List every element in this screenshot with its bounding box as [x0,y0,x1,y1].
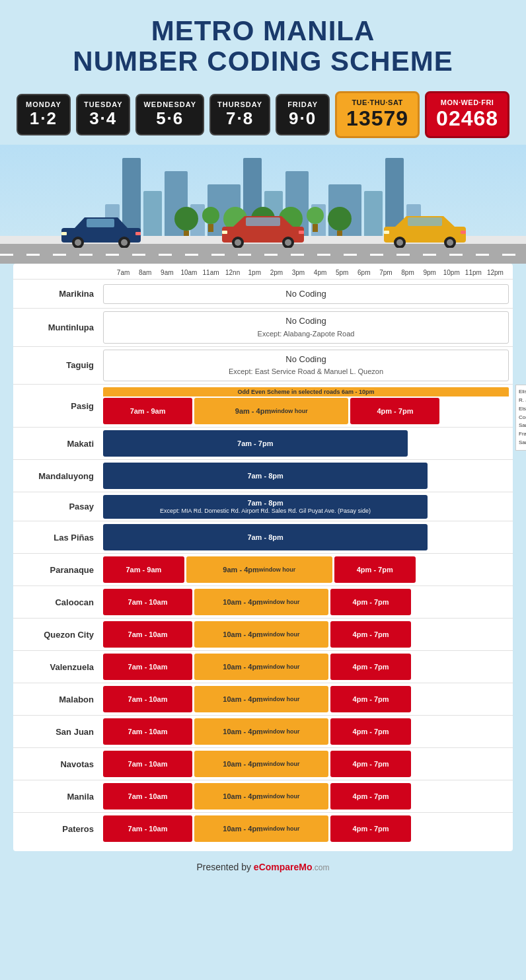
plate-tuesday-day: TUESDAY [84,100,123,108]
time-4pm: 4pm [309,269,331,276]
sanjuan-empty [413,718,509,745]
plate-friday-day: FRIDAY [283,100,322,108]
makati-timing: 7am - 7pm [103,430,509,457]
plate-monday-num: 1·2 [24,108,63,129]
plate-friday-num: 9·0 [283,108,322,129]
laspinas-timing: 7am - 8pm [103,524,509,550]
time-9am: 9am [156,269,178,276]
row-makati: Makati 7am - 7pm [13,427,513,459]
time-12pm: 12pm [484,269,506,276]
pasig-seg-2: 9am - 4pmwindow hour [194,398,348,424]
plate-odd: TUE·THU·SAT 13579 [335,91,420,138]
note-guillermo: San Guillermo St. (E) [519,439,526,447]
row-pasig: Pasig Odd Even Scheme in selected roads … [13,384,513,427]
note-elisco: Elisco Rd. (w) [519,388,526,396]
time-9pm: 9pm [419,269,441,276]
mandaluyong-seg-1: 7am - 8pm [103,463,428,489]
svg-point-5 [121,239,128,246]
caloocan-bar: 7am - 10am 10am - 4pmwindow hour 4pm - 7… [99,586,513,618]
road-line [0,254,526,256]
plate-monday: MONDAY 1·2 [17,94,71,135]
mandaluyong-empty [430,463,509,489]
manila-bar: 7am - 10am 10am - 4pmwindow hour 4pm - 7… [99,780,513,812]
row-marikina: Marikina No Coding [13,279,513,308]
time-header: 7am 8am 9am 10am 11am 12nn 1pm 2pm 3pm 4… [13,264,513,279]
plate-tuesday-num: 3·4 [84,108,123,129]
quezon-empty [413,621,509,648]
row-manila: Manila 7am - 10am 10am - 4pmwindow hour … [13,780,513,812]
navotas-seg-1: 7am - 10am [103,751,192,777]
city-laspinas: Las Piñas [13,529,99,547]
time-8pm: 8pm [396,269,418,276]
quezon-bar: 7am - 10am 10am - 4pmwindow hour 4pm - 7… [99,619,513,650]
caloocan-seg-3: 4pm - 7pm [330,589,412,615]
svg-rect-22 [384,231,389,234]
plate-even-num: 02468 [436,106,498,131]
plate-thursday-num: 7·8 [217,108,262,129]
svg-rect-6 [61,232,67,235]
makati-seg-1: 7am - 7pm [103,430,408,457]
city-marikina: Marikina [13,285,99,303]
footer: Presented by eCompareMo.com [0,851,526,878]
footer-domain: .com [313,863,330,872]
city-pasay: Pasay [13,498,99,515]
navotas-seg-2: 10am - 4pmwindow hour [194,751,328,777]
note-jabson: R. Jabson St. (N) [519,396,526,405]
valenzuela-seg-2: 10am - 4pmwindow hour [194,654,328,680]
quezon-seg-1: 7am - 10am [103,621,192,648]
svg-point-21 [447,239,453,246]
plate-monday-day: MONDAY [24,100,63,108]
pasig-empty [441,398,509,424]
valenzuela-seg-1: 7am - 10am [103,654,192,680]
paranaque-timing: 7am - 9am 9am - 4pmwindow hour 4pm - 7pm [103,556,509,583]
time-6pm: 6pm [353,269,375,276]
pasig-seg-3: 4pm - 7pm [350,398,439,424]
svg-point-13 [285,239,291,246]
time-10am: 10am [178,269,200,276]
pateros-seg-1: 7am - 10am [103,815,192,842]
row-pasay: Pasay 7am - 8pm Except: MIA Rd. Domestic… [13,492,513,521]
taguig-bar: No CodingExcept: East Service Road & Man… [99,347,513,384]
time-3pm: 3pm [287,269,309,276]
valenzuela-empty [413,654,509,680]
time-11pm: 11pm [463,269,484,276]
note-intersection: Elsico Road-R. Jabson Street-M. Concepci… [519,405,526,422]
svg-rect-23 [461,231,466,234]
svg-rect-7 [135,232,141,235]
header: METRO MANILA NUMBER CODING SCHEME [0,0,526,83]
manila-seg-3: 4pm - 7pm [330,783,412,810]
sanjuan-seg-3: 4pm - 7pm [330,718,412,745]
manila-seg-2: 10am - 4pmwindow hour [194,783,328,810]
caloocan-timing: 7am - 10am 10am - 4pmwindow hour 4pm - 7… [103,589,509,615]
footer-text: Presented by [196,862,253,872]
marikina-no-coding: No Coding [103,284,509,304]
svg-point-3 [75,239,81,246]
city-malabon: Malabon [13,691,99,708]
pasig-seg-1: 7am - 9am [103,398,192,424]
plate-tuesday: TUESDAY 3·4 [76,94,131,135]
mandaluyong-timing: 7am - 8pm [103,463,509,489]
pateros-seg-3: 4pm - 7pm [330,815,412,842]
plate-wednesday-num: 5·6 [143,108,196,129]
city-valenzuela: Valenzuela [13,658,99,676]
city-mandaluyong: Mandaluyong [13,467,99,485]
time-8am: 8am [134,269,156,276]
city-caloocan: Caloocan [13,593,99,611]
pasig-timing: 7am - 9am 9am - 4pmwindow hour 4pm - 7pm [103,398,509,424]
city-san-juan: San Juan [13,723,99,741]
manila-timing: 7am - 10am 10am - 4pmwindow hour 4pm - 7… [103,783,509,810]
page-wrapper: METRO MANILA NUMBER CODING SCHEME MONDAY… [0,0,526,891]
manila-empty [413,783,509,810]
time-2pm: 2pm [266,269,287,276]
marikina-bar: No Coding [99,282,513,307]
valenzuela-bar: 7am - 10am 10am - 4pmwindow hour 4pm - 7… [99,651,513,683]
time-5pm: 5pm [331,269,353,276]
footer-brand: eCompareMo [254,862,313,872]
plate-thursday: THURSDAY 7·8 [209,94,270,135]
malabon-seg-3: 4pm - 7pm [330,686,412,712]
navotas-empty [413,751,509,777]
plate-even-day: MON·WED·FRI [436,98,498,106]
pateros-seg-2: 10am - 4pmwindow hour [194,815,328,842]
manila-seg-1: 7am - 10am [103,783,192,810]
city-paranaque: Paranaque [13,561,99,579]
